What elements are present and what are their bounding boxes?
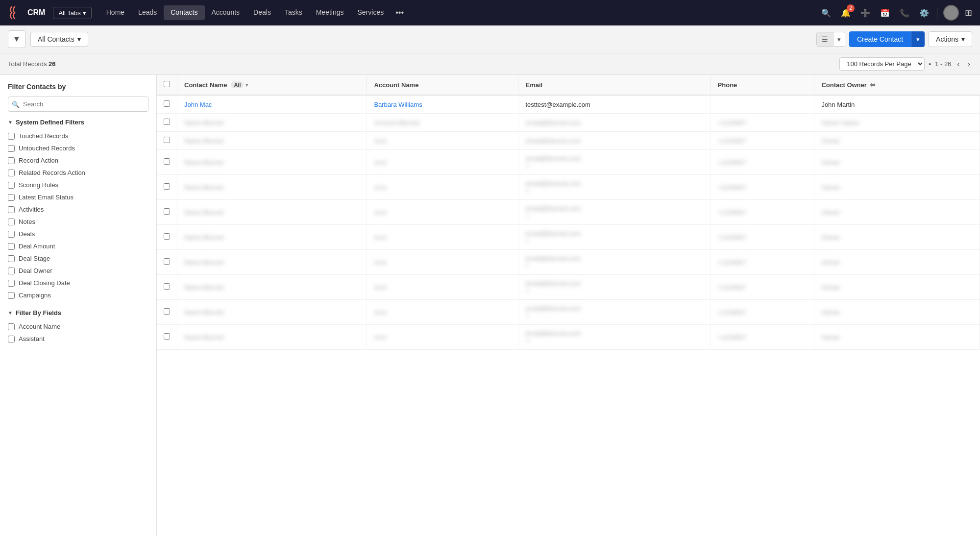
row-checkbox[interactable]: [164, 208, 170, 215]
row-checkbox[interactable]: [164, 183, 170, 190]
view-selector[interactable]: All Contacts ▾: [30, 32, 88, 47]
phone-blurred: +1234567: [718, 209, 746, 216]
contacts-table-container: Contact Name All ▾ Account Name Email Ph…: [157, 75, 980, 536]
nav-leads[interactable]: Leads: [131, 5, 164, 20]
row-checkbox[interactable]: [164, 158, 170, 165]
filter-deal-closing-date-checkbox[interactable]: [8, 280, 15, 287]
contact-name-cell: John Mac: [177, 95, 367, 114]
row-checkbox[interactable]: [164, 137, 170, 143]
nav-deals[interactable]: Deals: [246, 5, 278, 20]
contact-name-blurred: Name Blurred: [184, 119, 223, 126]
filter-record-action-checkbox[interactable]: [8, 157, 15, 164]
filter-deal-owner-checkbox[interactable]: [8, 268, 15, 274]
row-checkbox[interactable]: [164, 283, 170, 290]
all-tabs-dropdown[interactable]: All Tabs ▾: [53, 7, 91, 19]
contacts-table: Contact Name All ▾ Account Name Email Ph…: [157, 75, 980, 350]
list-view-button[interactable]: ☰: [817, 32, 833, 46]
filter-assistant-label: Assistant: [19, 335, 45, 342]
filter-campaigns-checkbox[interactable]: [8, 292, 15, 299]
filter-notes: Notes: [8, 216, 148, 228]
filter-latest-email-status: Latest Email Status: [8, 191, 148, 203]
phone-blurred: +1234567: [718, 334, 746, 341]
filter-account-name-checkbox[interactable]: [8, 323, 15, 330]
search-button[interactable]: 🔍: [819, 6, 833, 20]
view-toggle-chevron[interactable]: ▾: [833, 32, 845, 46]
nav-services[interactable]: Services: [351, 5, 391, 20]
table-row: Name Blurred Acct email@blurred.com+ +12…: [157, 225, 980, 250]
row-checkbox[interactable]: [164, 233, 170, 240]
create-record-button[interactable]: ➕: [858, 6, 872, 20]
table-row: Name Blurred Acct email@blurred.com+ +12…: [157, 250, 980, 275]
row-checkbox[interactable]: [164, 119, 170, 125]
next-page-button[interactable]: ›: [966, 59, 972, 70]
phone-blurred: +1234567: [718, 159, 746, 166]
system-filters-section-header[interactable]: ▼ System Defined Filters: [8, 119, 148, 126]
row-checkbox[interactable]: [164, 258, 170, 265]
contact-owner-header[interactable]: Contact Owner ⇔: [814, 75, 980, 95]
top-navigation: CRM All Tabs ▾ Home Leads Contacts Accou…: [0, 0, 980, 25]
row-checkbox[interactable]: [164, 308, 170, 315]
filter-by-fields-section-header[interactable]: ▼ Filter By Fields: [8, 309, 148, 317]
phone-header[interactable]: Phone: [710, 75, 814, 95]
phone-blurred: +1234567: [718, 119, 746, 126]
email-header[interactable]: Email: [518, 75, 710, 95]
create-contact-button[interactable]: Create Contact: [849, 31, 911, 47]
settings-button[interactable]: ⚙️: [917, 6, 931, 20]
prev-page-button[interactable]: ‹: [955, 59, 961, 70]
sidebar-search-input[interactable]: [8, 97, 148, 112]
user-avatar[interactable]: [943, 5, 959, 21]
per-page-selector[interactable]: 100 Records Per Page 50 Records Per Page…: [839, 57, 925, 71]
filter-latest-email-status-checkbox[interactable]: [8, 194, 15, 201]
filter-notes-checkbox[interactable]: [8, 219, 15, 225]
filter-touched-records-checkbox[interactable]: [8, 133, 15, 140]
filter-deals-checkbox[interactable]: [8, 231, 15, 238]
filter-assistant: Assistant: [8, 333, 148, 345]
owner-cell: John Martin: [814, 95, 980, 114]
notifications-button[interactable]: 🔔 2: [839, 6, 853, 20]
system-filters-list: Touched Records Untouched Records Record…: [8, 130, 148, 301]
create-contact-dropdown[interactable]: ▾: [911, 31, 925, 47]
row-checkbox[interactable]: [164, 100, 170, 107]
account-blurred: Account Blurred: [374, 119, 419, 126]
contacts-table-body: John Mac Barbara Williams testtest@examp…: [157, 95, 980, 350]
nav-contacts[interactable]: Contacts: [164, 5, 204, 20]
nav-home[interactable]: Home: [99, 5, 131, 20]
account-name-header[interactable]: Account Name: [367, 75, 518, 95]
filter-campaigns: Campaigns: [8, 289, 148, 301]
contact-name-blurred: Name Blurred: [184, 284, 223, 291]
filter-scoring-rules-checkbox[interactable]: [8, 182, 15, 189]
filter-related-records-action-checkbox[interactable]: [8, 170, 15, 176]
table-row: Name Blurred Account Blurred email@blurr…: [157, 114, 980, 132]
filter-record-action: Record Action: [8, 154, 148, 167]
owner-blurred: Owner: [821, 334, 840, 341]
account-name-link[interactable]: Barbara Williams: [374, 101, 422, 108]
app-grid-button[interactable]: ⊞: [965, 7, 972, 18]
table-row: Name Blurred Acct email@blurred.com+ +12…: [157, 275, 980, 300]
filter-activities-checkbox[interactable]: [8, 206, 15, 213]
filter-notes-label: Notes: [19, 218, 35, 225]
calendar-button[interactable]: 📅: [878, 6, 892, 20]
filter-button[interactable]: ▼: [8, 30, 25, 48]
column-resize-icon[interactable]: ⇔: [870, 81, 876, 89]
filter-assistant-checkbox[interactable]: [8, 336, 15, 342]
nav-more[interactable]: •••: [391, 5, 409, 20]
topnav-right: 🔍 🔔 2 ➕ 📅 📞 ⚙️ ⊞: [819, 5, 972, 21]
phone-button[interactable]: 📞: [898, 6, 911, 20]
row-checkbox[interactable]: [164, 333, 170, 340]
contact-name-link[interactable]: John Mac: [184, 101, 212, 108]
contact-name-blurred: Name Blurred: [184, 159, 223, 166]
nav-meetings[interactable]: Meetings: [309, 5, 351, 20]
filter-deals: Deals: [8, 228, 148, 240]
email-blurred: email@blurred.com+: [525, 230, 581, 244]
filter-deal-stage-checkbox[interactable]: [8, 255, 15, 262]
nav-tasks[interactable]: Tasks: [278, 5, 309, 20]
select-all-checkbox[interactable]: [164, 81, 170, 87]
account-blurred: Acct: [374, 234, 386, 241]
owner-value: John Martin: [821, 101, 855, 108]
contact-name-header[interactable]: Contact Name All ▾: [177, 75, 367, 95]
filter-deal-amount-checkbox[interactable]: [8, 243, 15, 250]
nav-accounts[interactable]: Accounts: [205, 5, 247, 20]
actions-button[interactable]: Actions ▾: [929, 31, 972, 47]
toolbar-right: ☰ ▾ Create Contact ▾ Actions ▾: [816, 31, 972, 47]
filter-untouched-records-checkbox[interactable]: [8, 145, 15, 152]
